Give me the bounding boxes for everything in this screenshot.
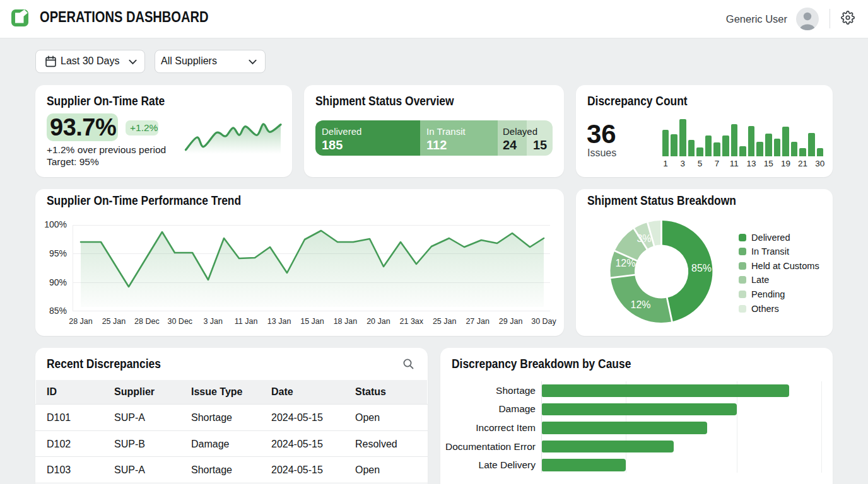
svg-text:12%: 12%	[615, 258, 635, 268]
svg-text:3%: 3%	[636, 233, 651, 244]
svg-text:85%: 85%	[691, 263, 712, 274]
svg-text:12%: 12%	[631, 299, 651, 310]
